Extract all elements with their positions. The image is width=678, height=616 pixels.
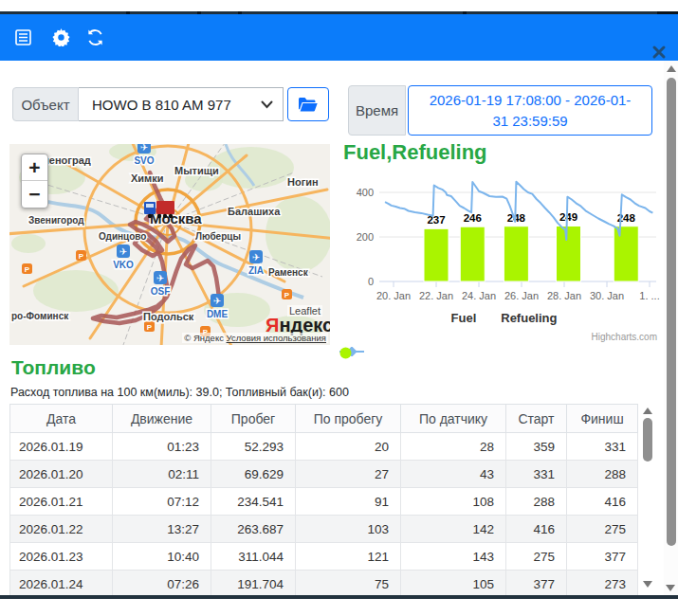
table-row[interactable]: 2026.01.2310:40311.044121143275377	[10, 543, 638, 571]
legend-item-fuel[interactable]: Fuel	[451, 311, 477, 325]
folder-icon	[298, 97, 319, 112]
refueling-bar[interactable]	[424, 228, 449, 281]
window-bottom-edge	[0, 595, 678, 599]
refueling-dot-icon	[339, 347, 352, 359]
table-cell: 2026.01.22	[10, 516, 113, 543]
table-cell: 75	[296, 571, 401, 598]
table-cell: 01:23	[113, 433, 211, 461]
time-group: Время 2026-01-19 17:08:00 - 2026-01-31 2…	[348, 85, 652, 136]
settings-icon[interactable]	[51, 28, 70, 47]
scroll-down-arrow-icon[interactable]	[643, 581, 652, 588]
object-group: Объект HOWO B 810 AM 977	[12, 87, 329, 121]
highcharts-credits[interactable]: Highcharts.com	[592, 332, 657, 342]
bar-value-label: 246	[464, 212, 482, 224]
time-range-input[interactable]: 2026-01-19 17:08:00 - 2026-01-31 23:59:5…	[408, 85, 652, 136]
terms-of-use-link[interactable]: Условия использования	[227, 333, 326, 343]
toll-road-icon-label: Р	[147, 323, 153, 332]
table-scrollbar-thumb[interactable]	[643, 418, 652, 462]
refueling-bar[interactable]	[557, 226, 581, 281]
refresh-icon[interactable]	[85, 28, 104, 47]
bar-value-label: 249	[559, 211, 577, 223]
table-cell: 288	[567, 461, 638, 488]
table-cell: 142	[401, 516, 506, 543]
column-header[interactable]: Движение	[113, 405, 211, 433]
scroll-up-arrow-icon[interactable]	[643, 408, 652, 414]
object-label: Объект	[12, 87, 79, 121]
table-cell: 234.541	[211, 488, 296, 516]
truck-marker[interactable]	[144, 201, 174, 218]
table-cell: 10:40	[113, 543, 211, 571]
zoom-in-button[interactable]: +	[22, 154, 47, 181]
fuel-report-dialog: Объект HOWO B 810 AM 977 Время 2026-01-1…	[0, 0, 678, 616]
table-cell: 2026.01.19	[10, 433, 113, 461]
table-cell: 191.704	[211, 571, 296, 598]
column-header[interactable]: Пробег	[211, 405, 296, 433]
x-axis-label: 24. Jan	[462, 290, 496, 301]
table-cell: 275	[567, 516, 638, 543]
top-margin	[0, 0, 678, 11]
table-cell: 377	[567, 543, 638, 571]
airport-code-label: VKO	[113, 260, 134, 270]
table-cell: 07:12	[113, 488, 211, 516]
open-folder-button[interactable]	[287, 87, 329, 121]
chart-title: Fuel,Refueling	[343, 140, 669, 165]
fuel-section-title: Топливо	[11, 356, 96, 379]
chart-canvas: 020040020. Jan22. Jan24. Jan26. Jan28. J…	[339, 176, 669, 309]
table-cell: 263.687	[211, 516, 296, 543]
table-header-row: ДатаДвижениеПробегПо пробегуПо датчикуСт…	[10, 405, 638, 433]
table-cell: 91	[296, 488, 401, 516]
table-cell: 121	[296, 543, 401, 571]
scroll-up-arrow-icon[interactable]	[667, 65, 676, 72]
report-icon[interactable]	[13, 28, 32, 47]
map[interactable]: РРРРР✈SVO✈VKO✈ZIA✈OSF✈DMEЗеленоградХимки…	[9, 144, 330, 345]
refueling-bar[interactable]	[614, 226, 638, 281]
column-header[interactable]: По пробегу	[296, 405, 401, 433]
page-scrollbar[interactable]	[664, 61, 678, 597]
table-row[interactable]: 2026.01.2213:27263.687103142416275	[10, 516, 638, 543]
map-city-label: Одинцово	[99, 231, 146, 242]
plane-icon: ✈	[140, 144, 148, 153]
x-axis-label: 20. Jan	[376, 290, 411, 301]
object-select[interactable]: HOWO B 810 AM 977	[79, 87, 284, 121]
titlebar	[0, 14, 678, 61]
toll-road-icon-label: Р	[284, 291, 290, 299]
toll-road-icon-label: Р	[79, 252, 84, 261]
x-axis-label: 30. Jan	[590, 290, 624, 301]
close-icon[interactable]	[651, 45, 667, 60]
refueling-bar[interactable]	[504, 226, 528, 281]
column-header[interactable]: Дата	[10, 405, 113, 433]
zoom-out-button[interactable]: −	[22, 181, 47, 208]
scroll-down-arrow-icon[interactable]	[666, 585, 675, 591]
table-cell: 02:11	[113, 461, 211, 488]
table-cell: 20	[296, 433, 401, 461]
table-cell: 275	[506, 543, 567, 571]
table-row[interactable]: 2026.01.2002:1169.6292743331288	[10, 461, 638, 488]
map-city-label: Подольск	[143, 311, 194, 322]
table-row[interactable]: 2026.01.2407:26191.70475105377273	[10, 571, 638, 598]
x-axis-label: 1. ...	[639, 290, 659, 301]
y-axis-label: 400	[357, 187, 374, 198]
table-cell: 07:26	[113, 571, 211, 598]
time-label: Время	[348, 85, 406, 136]
page-scrollbar-thumb[interactable]	[667, 78, 676, 546]
table-row[interactable]: 2026.01.1901:2352.2932028359331	[10, 433, 638, 461]
refueling-bar[interactable]	[460, 226, 485, 281]
map-city-label: ро-Фоминск	[11, 311, 69, 321]
x-axis-label: 22. Jan	[419, 290, 453, 301]
legend-item-refueling[interactable]: Refueling	[501, 311, 557, 325]
table-cell: 331	[506, 461, 567, 488]
column-header[interactable]: Старт	[506, 405, 567, 433]
map-city-label: Мытищи	[174, 165, 219, 176]
table-cell: 143	[401, 543, 506, 571]
table-cell: 273	[567, 571, 638, 598]
column-header[interactable]: По датчику	[401, 405, 506, 433]
map-city-label: Звенигород	[28, 215, 84, 226]
table-row[interactable]: 2026.01.2107:12234.54191108288416	[10, 488, 638, 516]
column-header[interactable]: Финиш	[567, 405, 638, 433]
map-city-label: Раменск	[268, 267, 309, 278]
table-scrollbar[interactable]	[641, 406, 654, 595]
object-select-value: HOWO B 810 AM 977	[92, 97, 261, 113]
table-cell: 359	[506, 433, 567, 461]
plane-icon: ✈	[156, 273, 164, 283]
table-cell: 2026.01.21	[10, 488, 113, 516]
